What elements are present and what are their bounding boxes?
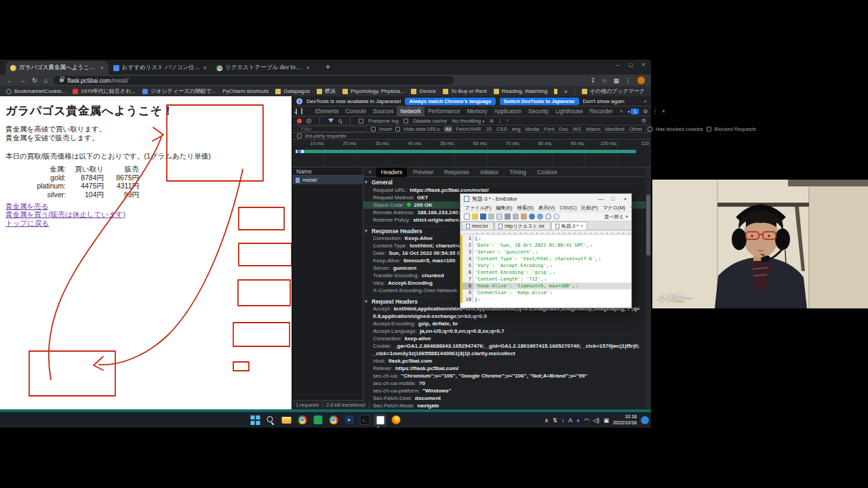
bookmark-item[interactable]: Reading, Watching xyxy=(494,87,547,95)
bookmark-item[interactable]: To Buy or Rent xyxy=(443,87,487,95)
document-tab[interactable]: html.txt xyxy=(462,222,494,230)
wifi-icon[interactable]: ◠ xyxy=(584,417,589,424)
nav-button[interactable]: ↻ xyxy=(32,77,37,84)
details-tab[interactable]: Preview xyxy=(408,167,438,177)
close-button[interactable]: × xyxy=(619,195,631,204)
devtools-tab[interactable]: Console xyxy=(342,106,370,117)
file-explorer-icon[interactable] xyxy=(281,414,293,426)
emeditor-titlebar[interactable]: 無題-3 * - EmEditor — □ × xyxy=(460,194,631,204)
inspect-element-icon[interactable] xyxy=(296,108,297,115)
tab-close-icon[interactable]: × xyxy=(100,64,104,71)
bookmark-item[interactable]: 横浜 xyxy=(317,87,336,95)
tab-close-icon[interactable]: × xyxy=(307,64,310,71)
devtools-tab[interactable]: Elements xyxy=(312,106,342,117)
taskbar-clock[interactable]: 10:162022/10/16 xyxy=(613,414,637,426)
minimize-button[interactable]: — xyxy=(595,195,607,204)
tab-close-icon[interactable]: × xyxy=(203,64,207,71)
devtools-tab[interactable]: Performance xyxy=(425,106,464,117)
filter-input[interactable]: Filter xyxy=(297,126,368,132)
nav-button[interactable]: ⌂ xyxy=(43,77,47,84)
general-section-title[interactable]: General xyxy=(363,178,646,186)
new-tab-button[interactable]: + xyxy=(326,62,330,72)
capture-app-icon[interactable] xyxy=(312,414,324,426)
banner-close-icon[interactable]: × xyxy=(644,98,647,104)
request-type-chip[interactable]: JS xyxy=(484,126,494,132)
notification-badge[interactable] xyxy=(641,416,649,424)
search-icon[interactable] xyxy=(338,119,342,123)
extensions-icon[interactable]: ▦ xyxy=(613,77,619,84)
emeditor-menu-item[interactable]: ツール(T) xyxy=(630,205,631,211)
devtools-tab[interactable]: » xyxy=(616,106,627,117)
emeditor-menu-item[interactable]: マクロ(M) xyxy=(603,205,625,211)
bookmark-item[interactable]: ジオシティーズの閉鎖で... xyxy=(142,87,216,95)
app-dot-icon[interactable]: ● xyxy=(576,417,580,424)
volume-icon[interactable]: ◁) xyxy=(593,417,599,424)
browser-tab[interactable]: リクエストテーブル dev tools 表示さ... × xyxy=(212,61,315,75)
bookmark-item[interactable]: BookmarkletCookie... xyxy=(6,87,66,95)
disable-cache-checkbox[interactable] xyxy=(403,119,408,123)
filter-funnel-icon[interactable] xyxy=(328,119,334,123)
emeditor-menu-item[interactable]: ファイル(F) xyxy=(465,205,491,211)
search-button[interactable] xyxy=(265,414,277,426)
more-options-icon[interactable]: ⋮ xyxy=(652,108,658,115)
bookmark-item[interactable]: Psychology, Physica... xyxy=(342,87,404,95)
devtools-tab[interactable]: Lighthouse xyxy=(552,106,587,117)
throttling-dropdown[interactable]: No throttling ▾ xyxy=(452,118,484,124)
browser-tab[interactable]: おすすめリスト パソコン仕事 5 倍速... × xyxy=(108,61,212,75)
install-icon[interactable]: ↧ xyxy=(591,77,596,84)
details-tab[interactable]: Headers xyxy=(376,167,407,177)
lock-icon[interactable] xyxy=(60,79,64,82)
sort-button[interactable]: 並べ替え » xyxy=(604,214,628,220)
usb-icon[interactable]: ⇅ xyxy=(553,417,557,424)
open-file-icon[interactable] xyxy=(472,214,478,220)
details-tab[interactable]: Timing xyxy=(505,167,531,177)
find-icon[interactable] xyxy=(545,214,551,220)
request-type-chip[interactable]: All xyxy=(443,126,453,132)
document-tab[interactable]: httpリクエスト.txt xyxy=(494,222,550,230)
new-file-icon[interactable] xyxy=(464,214,470,220)
editor-area[interactable]: 1 { ↓ 2 'Date': 'Sun, 16 Oct 2022 01:08:… xyxy=(460,235,631,308)
request-type-chip[interactable]: CSS xyxy=(494,126,509,132)
bookmarks-overflow-icon[interactable]: » xyxy=(564,88,568,95)
emeditor-menu-item[interactable]: 検索(S) xyxy=(517,205,534,211)
clear-icon[interactable] xyxy=(307,119,311,123)
bookmark-item[interactable]: Life xyxy=(554,87,557,95)
device-toolbar-icon[interactable] xyxy=(301,108,302,115)
invert-checkbox[interactable] xyxy=(371,127,376,131)
undo-icon[interactable] xyxy=(529,214,535,220)
details-tab[interactable]: Initiator xyxy=(475,167,503,177)
request-type-chip[interactable]: Wasm xyxy=(584,126,602,132)
network-settings-gear-icon[interactable]: ⚙ xyxy=(642,118,646,124)
document-tab[interactable]: 無題-3 * × xyxy=(551,222,588,230)
menu-kebab-icon[interactable]: ⋮ xyxy=(625,77,631,84)
powershell-icon[interactable] xyxy=(343,414,355,426)
profile-avatar[interactable] xyxy=(637,77,645,84)
ime-mode-indicator[interactable]: A xyxy=(568,417,572,424)
emeditor-menu-item[interactable]: 表示(V) xyxy=(538,205,555,211)
match-language-button[interactable]: Always match Chrome's language xyxy=(405,98,495,105)
omnibox[interactable]: flask.pc5bai.com/metal/ xyxy=(54,76,454,85)
request-row[interactable]: metal/ xyxy=(292,176,363,184)
network-overview-timeline[interactable]: 10 ms20 ms30 ms40 ms50 ms60 ms70 ms80 ms… xyxy=(292,140,651,167)
bookmark-item[interactable]: Device xyxy=(411,87,435,95)
redo-icon[interactable] xyxy=(537,214,543,220)
details-scrollbar[interactable] xyxy=(646,167,651,409)
details-tab[interactable]: Cookies xyxy=(532,167,562,177)
page-link[interactable]: トップに戻る xyxy=(5,219,125,227)
browser-tab[interactable]: ガラパゴス貴金属へようこそ！ × xyxy=(5,61,108,75)
record-icon[interactable] xyxy=(297,119,302,123)
window-control-button[interactable]: ✕ xyxy=(642,62,646,68)
devtools-tab[interactable]: Memory xyxy=(463,106,490,117)
save-icon[interactable] xyxy=(480,214,486,220)
window-control-button[interactable]: — xyxy=(615,62,620,68)
network-conditions-icon[interactable]: ≋ xyxy=(490,118,494,124)
third-party-checkbox[interactable] xyxy=(297,134,302,138)
request-type-chip[interactable]: Other xyxy=(627,126,644,132)
hide-data-urls-checkbox[interactable] xyxy=(395,127,400,131)
emeditor-menu-item[interactable]: 編集(E) xyxy=(496,205,512,211)
download-icon[interactable]: ↓ xyxy=(561,417,564,424)
request-type-chip[interactable]: WS xyxy=(571,126,583,132)
request-type-chip[interactable]: Font xyxy=(542,126,556,132)
settings-gear-icon[interactable]: ⚙ xyxy=(643,108,648,115)
bookmark-item[interactable]: 1970年代に録音され... xyxy=(73,87,136,95)
